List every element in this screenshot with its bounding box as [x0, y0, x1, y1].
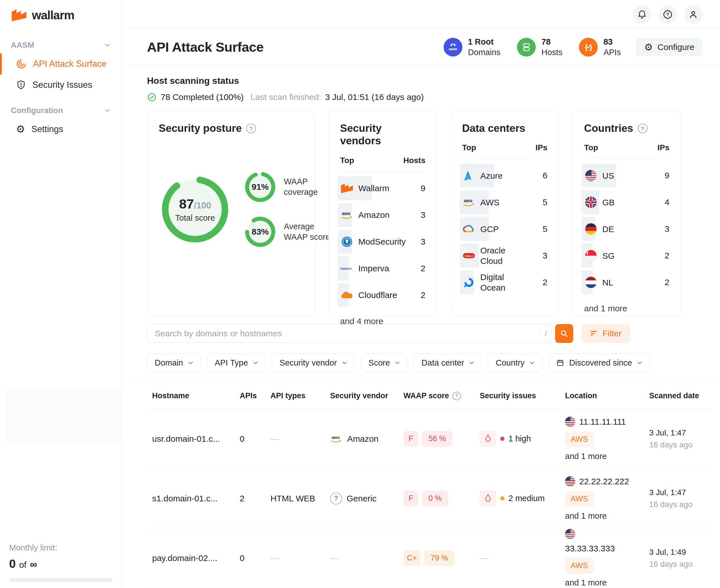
countries-card: Countries ? Top IPs US 9 — [573, 111, 681, 316]
list-header: Top IPs — [462, 143, 547, 158]
grade-badge: F — [403, 490, 418, 506]
col-location: Location — [560, 392, 644, 400]
vendor-cell: — — [325, 553, 398, 563]
server-stack-icon — [517, 38, 536, 57]
search-row: / — [147, 324, 711, 343]
help-circle-icon[interactable]: ? — [453, 392, 461, 400]
location-cell: 22.22.22.222 AWS and 1 more — [560, 476, 644, 521]
sidebar-item-security-issues[interactable]: Security Issues — [0, 75, 121, 96]
help-circle-icon[interactable]: ? — [638, 124, 647, 133]
data-center-row[interactable]: GCP 5 — [462, 216, 547, 242]
provider-badge: AWS — [565, 558, 594, 573]
vendor-row[interactable]: imperva Imperva 2 — [340, 255, 425, 282]
help-button[interactable]: ? — [659, 5, 677, 24]
filter-chip-data-center[interactable]: Data center — [414, 354, 482, 372]
api-types-cell: — — [265, 434, 325, 444]
limit-of: of — [19, 560, 26, 570]
filter-chip-api-type[interactable]: API Type — [207, 354, 265, 372]
location-more: and 1 more — [565, 511, 607, 521]
filter-chip-discovered-since[interactable]: Discovered since — [548, 354, 650, 372]
card-title: Data centers — [462, 122, 547, 135]
scanned-ago: 16 days ago — [649, 500, 693, 509]
scanned-date: 3 Jul, 1:49 — [649, 548, 686, 557]
chevron-down-icon — [105, 109, 110, 112]
brand-name: wallarm — [32, 8, 74, 22]
search-input[interactable] — [155, 329, 540, 338]
filter-chip-domain[interactable]: Domain — [147, 354, 201, 372]
data-center-row[interactable]: Digital Ocean 2 — [462, 269, 547, 296]
sidebar-section-configuration[interactable]: Configuration — [0, 102, 121, 119]
filter-chip-security-vendor[interactable]: Security vendor — [272, 354, 355, 372]
waap-coverage-metric: 91% WAAP coverage — [243, 170, 335, 204]
hostname-cell[interactable]: pay.domain-02.... — [147, 553, 235, 563]
table-row[interactable]: usr.domain-01.c... 0 — aws Amazon F — [147, 409, 711, 469]
braces-check-icon: { } — [579, 38, 598, 57]
globe-www-icon: www — [444, 38, 462, 57]
filter-button[interactable]: Filter — [581, 324, 630, 343]
us-flag-icon — [565, 529, 575, 539]
security-issues-cell: — — [475, 553, 560, 563]
stat-value: 78 — [541, 37, 562, 47]
scanned-date: 3 Jul, 1:47 — [649, 488, 686, 497]
country-row[interactable]: GB 4 — [584, 189, 669, 216]
search-button[interactable] — [555, 324, 573, 343]
security-vendors-card: Security vendors Top Hosts Wallarm — [328, 111, 437, 316]
api-types-cell: HTML WEB — [265, 494, 325, 503]
section-label: AASM — [11, 41, 34, 50]
azure-icon — [462, 169, 476, 182]
issues-text: 1 high — [508, 434, 531, 443]
table-row[interactable]: s1.domain-01.c... 2 HTML WEB ? Generic F… — [147, 469, 711, 528]
svg-text:ORACLE: ORACLE — [465, 255, 473, 257]
user-menu-button[interactable] — [684, 5, 702, 24]
vendor-row[interactable]: Wallarm 9 — [340, 175, 425, 202]
data-center-row[interactable]: ORACLE Oracle Cloud 3 — [462, 242, 547, 269]
col-security-vendor: Security vendor — [325, 392, 398, 400]
sidebar-item-settings[interactable]: ⚙ Settings — [0, 119, 121, 140]
apis-cell: 0 — [235, 434, 265, 444]
country-row[interactable]: DE 3 — [584, 216, 669, 242]
app-root: wallarm AASM API Attack Surface — [0, 0, 720, 588]
table-row[interactable]: pay.domain-02.... 0 — — C+ 79 % — 33.33.… — [147, 528, 711, 588]
svg-text:imperva: imperva — [340, 267, 352, 270]
chevron-down-icon — [469, 361, 474, 364]
data-center-row[interactable]: aws AWS 5 — [462, 189, 547, 216]
country-row[interactable]: US 9 — [584, 162, 669, 189]
country-row[interactable]: NL 2 — [584, 269, 669, 296]
filter-chip-country[interactable]: Country — [488, 354, 542, 372]
filter-chip-score[interactable]: Score — [361, 354, 408, 372]
card-title-text: Countries — [584, 122, 633, 135]
generic-vendor-icon: ? — [330, 492, 342, 504]
brand-logo[interactable]: wallarm — [0, 0, 121, 22]
col-top-label: Top — [340, 156, 354, 165]
vendor-row[interactable]: ModSecurity 3 — [340, 228, 425, 255]
help-circle-icon[interactable]: ? — [246, 124, 256, 133]
hostname-cell[interactable]: usr.domain-01.c... — [147, 434, 235, 444]
score-pct-badge: 56 % — [422, 431, 453, 447]
total-score-value: 87 — [179, 196, 194, 212]
bell-icon — [637, 9, 647, 20]
chevron-down-icon — [105, 43, 110, 47]
notifications-button[interactable] — [633, 5, 651, 24]
vendor-row[interactable]: aws Amazon 3 — [340, 202, 425, 228]
vendor-row[interactable]: Cloudflare 2 — [340, 282, 425, 309]
score-pct-badge: 79 % — [424, 550, 455, 566]
sidebar-item-label: Security Issues — [33, 80, 92, 90]
attack-surface-icon — [16, 59, 27, 69]
countries-more-text: and 1 more — [584, 304, 669, 313]
data-center-row[interactable]: Azure 6 — [462, 162, 547, 189]
topbar: ? — [121, 0, 720, 29]
location-cell: 11.11.11.111 AWS and 1 more — [560, 417, 644, 461]
sidebar-item-api-attack-surface[interactable]: API Attack Surface — [0, 54, 121, 75]
chevron-down-icon — [188, 361, 193, 364]
total-score-donut: 87 /100 Total score — [159, 173, 232, 246]
stat-label: Domains — [468, 47, 500, 57]
stat-label: APIs — [603, 47, 621, 57]
configure-button[interactable]: ⚙ Configure — [636, 38, 702, 56]
waap-score-cell: F 0 % — [398, 490, 475, 506]
country-row[interactable]: SG 2 — [584, 242, 669, 269]
col-ips-label: IPs — [536, 143, 547, 152]
hostname-cell[interactable]: s1.domain-01.c... — [147, 494, 235, 503]
section-label: Configuration — [11, 106, 63, 115]
grade-badge: F — [403, 431, 418, 447]
sidebar-section-aasm[interactable]: AASM — [0, 37, 121, 54]
